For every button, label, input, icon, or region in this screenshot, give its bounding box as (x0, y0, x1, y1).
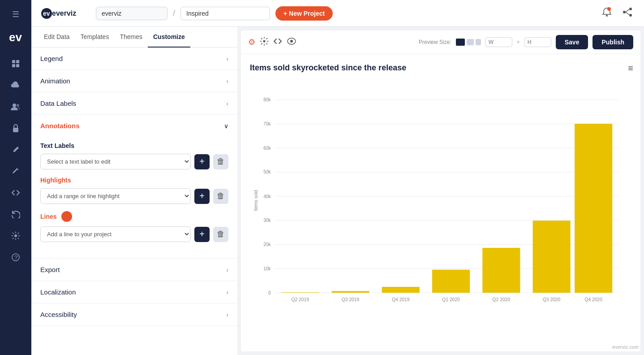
accessibility-section[interactable]: Accessibility › (31, 303, 237, 326)
chart-menu-icon[interactable]: ≡ (628, 63, 633, 74)
bar-q2-2019 (281, 292, 319, 293)
annotations-body: Text Labels Select a text label to edit … (31, 137, 237, 258)
svg-line-19 (626, 9, 629, 12)
add-line-button[interactable]: + (194, 227, 210, 242)
delete-line-button[interactable]: 🗑 (213, 227, 228, 242)
accessibility-chevron: › (226, 311, 228, 318)
svg-line-20 (626, 12, 629, 15)
svg-point-14 (606, 15, 608, 17)
delete-highlight-button[interactable]: 🗑 (213, 189, 228, 204)
svg-text:Q2 2020: Q2 2020 (493, 297, 511, 302)
top-bar: ev everviz / + New Project (31, 0, 644, 27)
share-icon[interactable] (620, 4, 635, 22)
bar-q4-2020 (575, 124, 612, 293)
animation-chevron: › (226, 78, 228, 85)
svg-point-23 (290, 40, 293, 43)
svg-text:Q2 2019: Q2 2019 (292, 297, 309, 302)
cloud-icon[interactable] (7, 76, 25, 94)
bar-q3-2020 (533, 221, 571, 293)
users-icon[interactable] (7, 98, 25, 116)
svg-text:Q4 2019: Q4 2019 (392, 297, 410, 302)
svg-text:50k: 50k (263, 169, 271, 174)
svg-rect-1 (12, 60, 15, 63)
animation-section[interactable]: Animation › (31, 70, 237, 92)
chart-settings-icon[interactable]: ⚙ (248, 37, 255, 47)
new-project-button[interactable]: + New Project (275, 6, 333, 21)
settings-icon[interactable] (7, 227, 25, 245)
svg-text:Q3 2019: Q3 2019 (342, 297, 360, 302)
svg-text:30k: 30k (263, 218, 271, 223)
tablet-size-icon[interactable] (467, 39, 474, 45)
chart-title: Items sold skyrocketed since the release (250, 63, 627, 73)
localization-chevron: › (226, 289, 228, 296)
text-labels-title: Text Labels (40, 142, 228, 149)
tab-edit-data[interactable]: Edit Data (39, 27, 75, 48)
svg-text:10k: 10k (263, 266, 271, 271)
export-section[interactable]: Export › (31, 259, 237, 281)
lines-dot (61, 211, 72, 222)
desktop-size-icon[interactable] (456, 39, 465, 46)
export-label: Export (40, 266, 60, 273)
chart-eye-icon[interactable] (287, 38, 296, 47)
watermark: everviz.com (612, 344, 639, 350)
lock-icon[interactable] (7, 119, 25, 137)
svg-point-15 (607, 7, 611, 11)
svg-point-5 (13, 104, 16, 107)
tab-themes[interactable]: Themes (114, 27, 148, 48)
publish-button[interactable]: Publish (592, 35, 633, 49)
notification-icon[interactable] (599, 4, 614, 22)
svg-point-16 (629, 8, 632, 10)
svg-text:Items sold: Items sold (253, 190, 258, 211)
annotations-header[interactable]: Annotations ∨ (31, 115, 237, 137)
chart-content: Items sold skyrocketed since the release… (241, 54, 640, 351)
lines-title: Lines (40, 213, 57, 220)
svg-text:70k: 70k (263, 121, 271, 126)
export-chevron: › (226, 266, 228, 273)
add-text-label-button[interactable]: + (194, 154, 210, 169)
svg-point-8 (14, 234, 17, 237)
data-labels-section[interactable]: Data Labels › (31, 92, 237, 115)
save-button[interactable]: Save (556, 35, 588, 49)
chart-gear-icon[interactable] (260, 37, 269, 48)
add-highlight-button[interactable]: + (194, 189, 210, 204)
left-panel: Edit Data Templates Themes Customize Leg… (31, 27, 237, 355)
dashboard-icon[interactable] (7, 55, 25, 73)
localization-label: Localization (40, 288, 76, 296)
chart-code-icon[interactable] (273, 38, 282, 47)
undo-icon[interactable] (7, 205, 25, 223)
svg-point-6 (17, 104, 19, 107)
annotations-label: Annotations (40, 122, 80, 130)
height-input[interactable] (524, 37, 551, 47)
annotations-section: Annotations ∨ Text Labels Select a text … (31, 115, 237, 259)
chart-area: ⚙ Preview Size: × (241, 30, 640, 351)
brand-logo: ev everviz (40, 6, 85, 21)
width-input[interactable] (485, 37, 512, 47)
highlights-select[interactable]: Add a range or line highlight (40, 188, 191, 204)
lines-select[interactable]: Add a line to your project (40, 226, 191, 242)
project-input[interactable] (180, 7, 270, 20)
tab-templates[interactable]: Templates (75, 27, 115, 48)
pen-icon[interactable] (7, 141, 25, 159)
bar-q2-2020 (482, 248, 520, 293)
svg-text:Q3 2020: Q3 2020 (543, 297, 561, 302)
code-icon[interactable] (7, 184, 25, 202)
svg-text:40k: 40k (263, 194, 271, 199)
sidebar-content: Legend › Animation › Data Labels › Annot… (31, 48, 237, 355)
delete-text-label-button[interactable]: 🗑 (213, 154, 228, 169)
annotations-chevron: ∨ (224, 122, 228, 130)
org-input[interactable] (96, 7, 167, 20)
edit-icon[interactable] (7, 162, 25, 180)
svg-point-18 (623, 11, 626, 13)
lines-header: Lines (40, 211, 228, 222)
menu-icon[interactable]: ☰ (7, 5, 25, 23)
legend-label: Legend (40, 55, 63, 62)
mobile-size-icon[interactable] (476, 39, 481, 45)
preview-size-label: Preview Size: (419, 39, 451, 45)
chart-toolbar: ⚙ Preview Size: × (241, 30, 640, 54)
legend-section[interactable]: Legend › (31, 48, 237, 70)
text-label-select[interactable]: Select a text label to edit (40, 154, 191, 169)
localization-section[interactable]: Localization › (31, 281, 237, 303)
tab-customize[interactable]: Customize (148, 27, 190, 48)
help-icon[interactable]: ? (7, 248, 25, 266)
svg-point-17 (629, 14, 632, 17)
